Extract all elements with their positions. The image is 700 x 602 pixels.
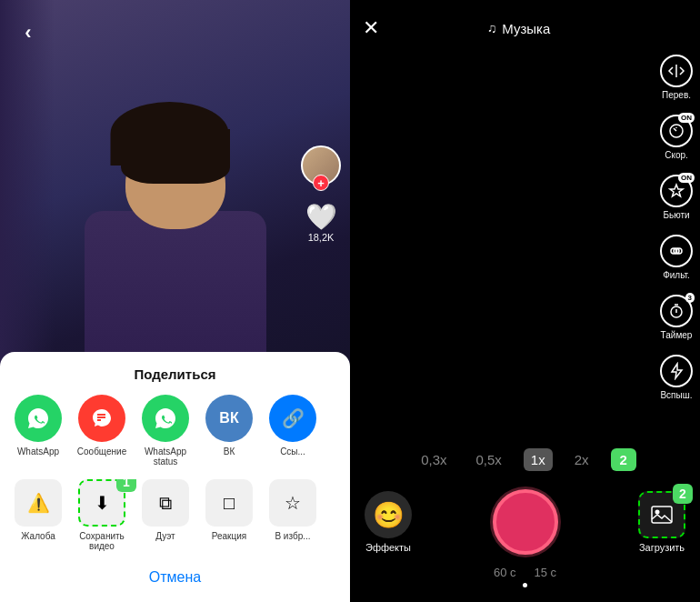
whatsapp-label: WhatsApp [17,446,59,457]
effects-button[interactable]: 😊 Эффекты [365,491,412,553]
cancel-button[interactable]: Отмена [11,564,339,591]
share-message[interactable]: Сообщение [75,395,129,467]
music-note-icon: ♫ [487,21,497,35]
message-label: Сообщение [77,446,126,457]
favorites-label: В избр... [275,531,310,541]
like-button[interactable]: 🤍 18,2K [305,202,337,243]
timer-15s[interactable]: 15 с [535,566,557,579]
speed-2-active[interactable]: 2 [611,448,636,471]
reaction-icon: □ [205,479,253,527]
upload-number-badge: 2 [673,484,693,504]
timer-60s[interactable]: 60 с [494,566,516,579]
right-panel: ✕ ♫ Музыка Перев. ON [350,0,700,602]
tool-timer[interactable]: 3 Таймер [660,295,693,340]
speed-label: Скор. [665,150,688,160]
flash-label: Вспыш. [660,390,692,400]
whatsapp-status-icon [142,395,189,442]
close-button[interactable]: ✕ [363,16,379,40]
beauty-label: Бьюти [663,210,689,220]
timer-badge: 3 [685,293,695,303]
filter-label: Фильт. [663,270,690,280]
duet-icon: ⧉ [142,479,189,527]
right-tools: Перев. ON Скор. ON Бьюти [660,55,693,400]
timer-row: 60 с 15 с [365,566,685,579]
tool-beauty[interactable]: ON Бьюти [660,175,693,220]
save-number-badge: 1 [116,479,136,492]
share-whatsapp[interactable]: WhatsApp [11,395,65,467]
speed-1x[interactable]: 1х [524,448,553,471]
filter-icon [660,235,693,267]
share-save-video[interactable]: ⬇ 1 Сохранить видео [75,479,129,551]
svg-point-3 [674,248,679,254]
heart-icon: 🤍 [305,202,337,232]
left-panel: ‹ + 🤍 18,2K Поделиться WhatsApp [0,0,350,602]
save-label: Сохранить видео [75,531,129,551]
bottom-controls: 😊 Эффекты 2 Загрузить [365,489,685,555]
complaint-label: Жалоба [21,531,55,541]
effects-icon: 😊 [365,491,412,538]
right-bottom: 0,3х 0,5х 1х 2х 2 😊 Эффекты [350,448,700,602]
music-label: Музыка [502,21,550,36]
like-count: 18,2K [308,232,335,243]
effects-label: Эффекты [365,542,411,553]
share-title: Поделиться [11,366,339,382]
flip-label: Перев. [662,90,691,100]
share-favorites[interactable]: ☆ В избр... [265,479,320,551]
flip-icon [660,55,693,87]
tool-filter[interactable]: Фильт. [660,235,693,280]
vk-icon: ВК [205,395,253,442]
music-section: ♫ Музыка [487,21,551,36]
share-duet[interactable]: ⧉ Дуэт [138,479,193,551]
right-sidebar: + 🤍 18,2K [301,145,341,243]
flash-icon [660,355,693,387]
duet-label: Дуэт [155,531,175,541]
vk-label: ВК [224,446,235,457]
share-vk[interactable]: ВК ВК [202,395,256,467]
tool-speed[interactable]: ON Скор. [660,115,693,160]
back-arrow-icon: ‹ [25,21,31,45]
speed-0-3x[interactable]: 0,3х [414,448,454,471]
timer-dot [523,583,527,587]
link-label: Ссы... [280,446,305,457]
beauty-on-badge: ON [678,173,695,183]
speed-on-badge: ON [678,113,695,123]
tool-flip[interactable]: Перев. [660,55,693,100]
message-icon [78,395,125,442]
speed-0-5x[interactable]: 0,5х [468,448,508,471]
share-whatsapp-status[interactable]: WhatsApp status [138,395,193,467]
right-header: ✕ ♫ Музыка [350,0,700,49]
back-button[interactable]: ‹ [14,18,43,47]
favorites-icon: ☆ [269,479,316,527]
share-actions-row: ⚠️ Жалоба ⬇ 1 Сохранить видео ⧉ Дуэт [11,479,339,551]
link-icon: 🔗 [269,395,316,442]
share-reaction[interactable]: □ Реакция [202,479,256,551]
timer-icon: 3 [660,295,693,327]
record-button[interactable] [493,489,558,555]
whatsapp-icon [15,395,62,442]
reaction-label: Реакция [212,531,246,541]
share-apps-row: WhatsApp Сообщение WhatsApp status [11,395,339,467]
svg-point-6 [655,510,660,515]
upload-label: Загрузить [639,542,685,553]
speed-icon: ON [660,115,693,147]
follow-button[interactable]: + [313,175,329,191]
tool-flash[interactable]: Вспыш. [660,355,693,400]
beauty-icon: ON [660,175,693,207]
svg-rect-5 [652,507,672,523]
share-link[interactable]: 🔗 Ссы... [265,395,320,467]
upload-button[interactable]: 2 Загрузить [638,491,685,553]
whatsapp-status-label: WhatsApp status [138,446,193,467]
share-complaint[interactable]: ⚠️ Жалоба [11,479,65,551]
speed-2x[interactable]: 2х [567,448,596,471]
speed-selector: 0,3х 0,5х 1х 2х 2 [365,448,685,471]
timer-label: Таймер [661,330,693,340]
complaint-icon: ⚠️ [15,479,62,527]
share-sheet: Поделиться WhatsApp Сообщение [0,352,350,602]
